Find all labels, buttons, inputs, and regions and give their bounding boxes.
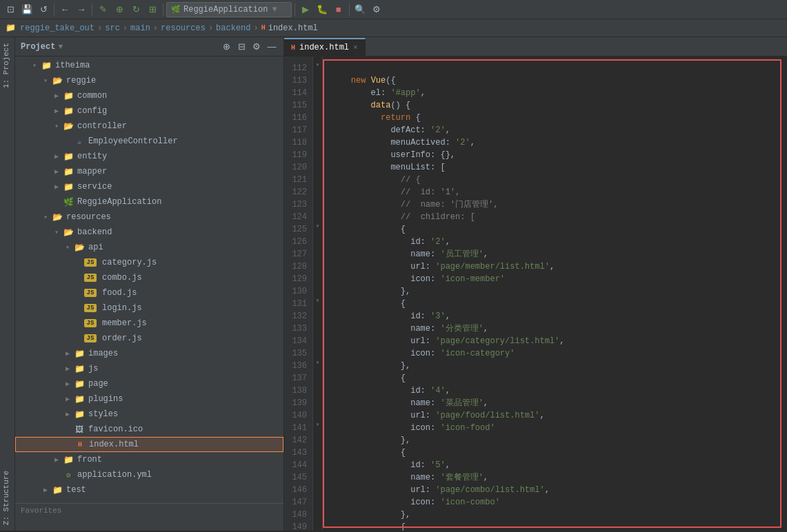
tree-label-login-js: login.js [102, 303, 283, 313]
toolbar-btn-reload[interactable]: ↺ [36, 2, 51, 17]
tree-item-common[interactable]: ▶ 📁 common [15, 88, 283, 103]
js-icon: JS [84, 304, 97, 312]
tree-item-entity[interactable]: ▶ 📁 entity [15, 149, 283, 164]
side-tab-structure[interactable]: Z: Structure [0, 465, 14, 531]
folder-icon: 📁 [51, 485, 63, 495]
tree-item-category-js[interactable]: JS category.js [15, 255, 283, 270]
tree-item-reggie[interactable]: ▾ 📂 reggie [15, 73, 283, 88]
tree-item-food-js[interactable]: JS food.js [15, 285, 283, 300]
tree-item-api[interactable]: ▾ 📂 api [15, 240, 283, 255]
side-tab-project[interactable]: 1: Project [0, 37, 14, 94]
tree-item-styles[interactable]: ▶ 📁 styles [15, 407, 283, 422]
tree-arrow-plugins[interactable]: ▶ [62, 395, 73, 403]
breadcrumb-resources[interactable]: resources [161, 23, 206, 33]
js-icon: JS [84, 258, 97, 267]
code-line-119: userInfo: {}, [331, 149, 781, 161]
js-icon: JS [84, 334, 97, 342]
tree-arrow-front[interactable]: ▶ [51, 456, 62, 464]
toolbar-btn-run[interactable]: ▶ [298, 2, 313, 17]
tree-item-controller[interactable]: ▾ 📂 controller [15, 119, 283, 134]
toolbar-btn-save[interactable]: 💾 [19, 2, 34, 17]
tree-arrow-styles[interactable]: ▶ [62, 410, 73, 418]
tree-item-front[interactable]: ▶ 📁 front [15, 452, 283, 467]
toolbar-btn-add[interactable]: ⊕ [112, 2, 127, 17]
tree-item-service[interactable]: ▶ 📁 service [15, 179, 283, 194]
app-selector[interactable]: 🌿 ReggieApplication ▼ [166, 2, 292, 17]
toolbar-btn-debug[interactable]: 🐛 [315, 2, 330, 17]
tree-label-employee-controller: EmployeeController [88, 136, 283, 146]
sidebar-action-locate[interactable]: ⊕ [220, 41, 232, 53]
tree-item-combo-js[interactable]: JS combo.js [15, 270, 283, 285]
tree-item-employee-controller[interactable]: ☕ EmployeeController [15, 134, 283, 149]
toolbar-btn-forward[interactable]: → [74, 2, 89, 17]
toolbar-btn-refresh[interactable]: ↻ [128, 2, 143, 17]
toolbar-btn-stop[interactable]: ■ [331, 2, 346, 17]
tree-item-config[interactable]: ▶ 📁 config [15, 103, 283, 119]
tree-item-index-html[interactable]: H index.html [15, 437, 283, 452]
tree-arrow-api[interactable]: ▾ [62, 243, 73, 252]
tree-arrow-test[interactable]: ▶ [40, 486, 51, 494]
tree-arrow-resources[interactable]: ▾ [40, 213, 51, 221]
tree-item-backend[interactable]: ▾ 📂 backend [15, 225, 283, 240]
code-line-144: id: '5', [331, 459, 781, 471]
breadcrumb-main[interactable]: main [130, 23, 150, 33]
toolbar-btn-1[interactable]: ⊡ [3, 2, 18, 17]
tree-item-member-js[interactable]: JS member.js [15, 316, 283, 331]
tree-label-reggie-app: ReggieApplication [77, 197, 283, 207]
folder-icon: 📁 [62, 152, 74, 162]
tree-item-itheima[interactable]: ▾ 📁 itheima [15, 58, 283, 73]
tree-arrow-itheima[interactable]: ▾ [29, 61, 40, 70]
breadcrumb-root[interactable]: reggie_take_out [20, 23, 94, 33]
code-line-125: { [331, 223, 781, 236]
tree-item-page[interactable]: ▶ 📁 page [15, 376, 283, 391]
toolbar-btn-search[interactable]: 🔍 [352, 2, 368, 17]
tree-arrow-common[interactable]: ▶ [51, 92, 62, 100]
tree-arrow-reggie[interactable]: ▾ [40, 76, 51, 85]
sidebar-action-hide[interactable]: — [266, 41, 278, 53]
tree-label-mapper: mapper [77, 167, 283, 176]
code-line-140: url: 'page/food/list.html', [331, 409, 781, 422]
breadcrumb-backend[interactable]: backend [216, 23, 250, 33]
code-line-131: { [331, 298, 781, 310]
tree-item-application-yml[interactable]: ⚙ application.yml [15, 467, 283, 482]
tree-arrow-mapper[interactable]: ▶ [51, 167, 62, 176]
sidebar-action-collapse[interactable]: ⊟ [235, 41, 248, 53]
sidebar-action-settings[interactable]: ⚙ [250, 41, 263, 53]
tree-item-plugins[interactable]: ▶ 📁 plugins [15, 391, 283, 407]
tree-item-favicon[interactable]: 🖼 favicon.ico [15, 422, 283, 437]
tree-item-test[interactable]: ▶ 📁 test [15, 482, 283, 498]
breadcrumb-src[interactable]: src [105, 23, 120, 33]
file-tree[interactable]: ▾ 📁 itheima ▾ 📂 reggie ▶ 📁 common ▶ [15, 57, 283, 531]
tree-arrow-js[interactable]: ▶ [62, 365, 73, 373]
tree-arrow-page[interactable]: ▶ [62, 380, 73, 388]
tree-arrow-entity[interactable]: ▶ [51, 152, 62, 161]
yml-icon: ⚙ [62, 471, 74, 480]
tab-close-btn[interactable]: × [353, 43, 358, 52]
tree-item-images[interactable]: ▶ 📁 images [15, 346, 283, 361]
tree-item-resources[interactable]: ▾ 📂 resources [15, 209, 283, 225]
code-line-123: // name: '门店管理', [331, 198, 781, 211]
tree-item-order-js[interactable]: JS order.js [15, 331, 283, 346]
tree-arrow-controller[interactable]: ▾ [51, 122, 62, 130]
toolbar-btn-edit[interactable]: ✎ [95, 2, 110, 17]
tree-label-index-html: index.html [89, 440, 283, 449]
tree-item-mapper[interactable]: ▶ 📁 mapper [15, 164, 283, 179]
code-line-133: name: '分类管理', [331, 323, 781, 335]
toolbar-btn-back[interactable]: ← [57, 2, 72, 17]
tab-index-html[interactable]: H index.html × [284, 38, 366, 56]
toolbar-btn-settings[interactable]: ⚙ [369, 2, 384, 17]
tree-item-reggie-app[interactable]: 🌿 ReggieApplication [15, 194, 283, 209]
tree-item-js[interactable]: ▶ 📁 js [15, 361, 283, 376]
sep1 [54, 3, 54, 16]
tree-arrow-backend[interactable]: ▾ [51, 228, 62, 236]
tree-arrow-service[interactable]: ▶ [51, 183, 62, 191]
folder-icon: 📁 [62, 167, 74, 177]
tree-label-itheima: itheima [55, 61, 283, 70]
tree-arrow-config[interactable]: ▶ [51, 107, 62, 115]
code-line-124: // children: [ [331, 211, 781, 223]
tree-item-login-js[interactable]: JS login.js [15, 300, 283, 316]
code-line-129: icon: 'icon-member' [331, 273, 781, 285]
tree-arrow-images[interactable]: ▶ [62, 349, 73, 358]
toolbar-btn-play[interactable]: ⊞ [145, 2, 160, 17]
code-area[interactable]: new Vue({ el: '#app', data() { return { … [323, 57, 787, 531]
